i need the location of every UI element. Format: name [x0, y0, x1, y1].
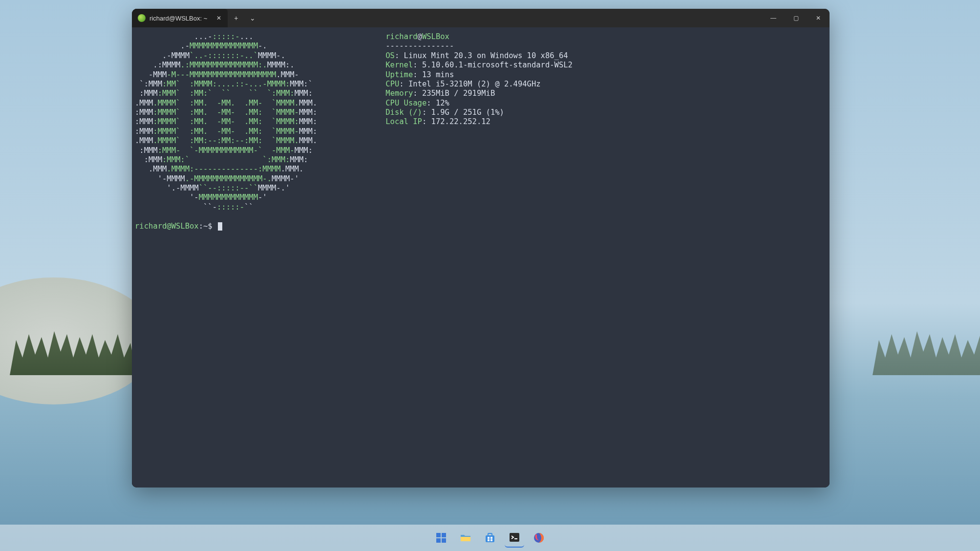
mint-icon: [138, 14, 146, 22]
windows-terminal-button[interactable]: [505, 528, 524, 548]
svg-rect-4: [486, 535, 494, 542]
svg-rect-7: [490, 537, 492, 539]
svg-rect-8: [488, 539, 490, 541]
svg-rect-1: [442, 533, 446, 537]
windows-icon: [435, 532, 447, 544]
file-explorer-button[interactable]: [456, 528, 475, 548]
svg-rect-5: [488, 533, 492, 536]
titlebar-drag-region[interactable]: [261, 9, 762, 27]
microsoft-store-button[interactable]: [480, 528, 500, 548]
svg-rect-9: [490, 539, 492, 541]
new-tab-button[interactable]: +: [228, 9, 244, 27]
store-icon: [484, 532, 496, 544]
cursor: [218, 222, 222, 231]
svg-rect-2: [436, 538, 441, 543]
firefox-button[interactable]: [529, 528, 549, 548]
terminal-tab[interactable]: richard@WSLBox: ~ ✕: [132, 9, 228, 27]
svg-rect-3: [442, 538, 446, 543]
start-button[interactable]: [431, 528, 451, 548]
maximize-button[interactable]: ▢: [785, 9, 807, 27]
svg-rect-6: [488, 537, 490, 539]
svg-rect-10: [510, 533, 519, 542]
terminal-icon: [509, 531, 520, 543]
terminal-content[interactable]: ...-:::::-... richard@WSLBox .-MMMMMMMMM…: [132, 27, 830, 487]
window-titlebar[interactable]: richard@WSLBox: ~ ✕ + ⌄ ― ▢ ✕: [132, 9, 830, 27]
windows-taskbar[interactable]: [0, 525, 980, 551]
tab-title: richard@WSLBox: ~: [149, 15, 207, 22]
tab-close-button[interactable]: ✕: [215, 14, 223, 22]
svg-rect-0: [436, 533, 441, 537]
firefox-icon: [533, 532, 545, 544]
tab-dropdown-button[interactable]: ⌄: [244, 9, 261, 27]
minimize-button[interactable]: ―: [762, 9, 785, 27]
folder-icon: [460, 532, 471, 544]
close-button[interactable]: ✕: [807, 9, 830, 27]
terminal-window: richard@WSLBox: ~ ✕ + ⌄ ― ▢ ✕ ...-:::::-…: [132, 9, 830, 487]
